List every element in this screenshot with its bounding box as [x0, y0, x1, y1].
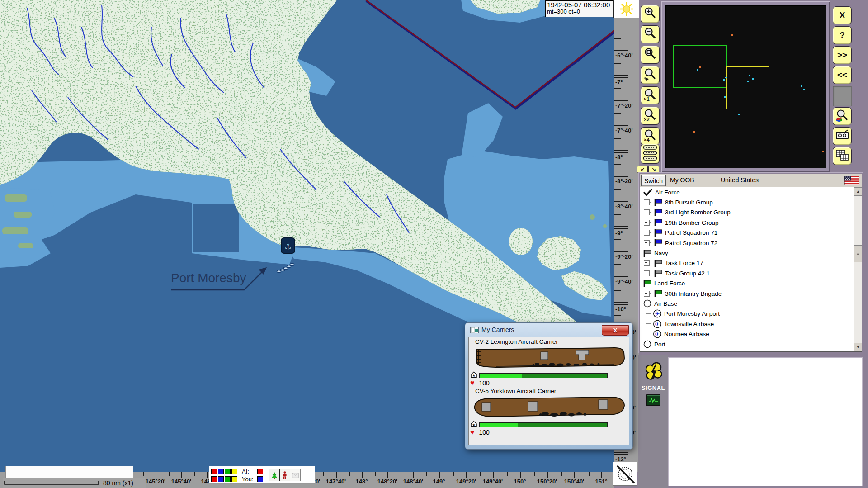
minimap-unit-dot [724, 96, 726, 98]
tree-connector [650, 242, 653, 243]
minimap-unit-dot [699, 66, 701, 68]
oob-item-patrol-squadron-71[interactable]: Patrol Squadron 71 [640, 228, 862, 238]
oob-item-8th-pursuit-group[interactable]: 8th Pursuit Group [640, 197, 862, 207]
zoom-in-button[interactable] [641, 5, 660, 23]
signal-monitor-button[interactable] [646, 394, 660, 406]
compass-icon [615, 464, 636, 484]
latitude-minor-tick [614, 189, 621, 190]
port-moresby-base-icon[interactable]: ⚓ [281, 238, 295, 253]
oob-scrollbar[interactable]: ▲ ≡ ▼ [854, 187, 862, 351]
tree-connector [650, 293, 653, 294]
oob-item-port[interactable]: Port [640, 339, 862, 349]
switch-button[interactable]: Switch [641, 175, 666, 186]
tree-connector [650, 212, 653, 213]
latitude-minor-tick [614, 113, 621, 114]
waveform-icon [649, 398, 658, 403]
oob-item-air-force[interactable]: Air Force [640, 187, 862, 197]
show-terrain-button[interactable] [269, 469, 280, 481]
zoom-region-button[interactable] [641, 46, 660, 64]
zoom-previous-button[interactable] [641, 66, 660, 84]
minimap-secondary-viewport-rect[interactable] [726, 66, 769, 109]
svg-text:⚓: ⚓ [284, 242, 291, 251]
messages-button[interactable] [290, 469, 301, 481]
side-color-legend: AI: You: [209, 466, 315, 484]
expand-plus-icon[interactable] [644, 199, 650, 205]
carrier-entry[interactable]: CV-2 Lexington Aircraft Carrier★♥100 [469, 338, 629, 387]
signal-log-panel [668, 357, 863, 486]
health-value: 100 [479, 379, 490, 387]
zoom-x1-button[interactable]: ×1 [641, 86, 660, 104]
expand-plus-icon[interactable] [644, 270, 650, 276]
expand-plus-icon[interactable] [644, 230, 650, 236]
next-button[interactable]: >> [833, 46, 852, 64]
compass-widget[interactable] [613, 462, 637, 486]
scrollbar-thumb[interactable]: ≡ [854, 245, 862, 262]
mag-plus-icon [643, 6, 657, 22]
longitude-minor-tick [375, 472, 376, 476]
oob-item-townsville-airbase[interactable]: ✈Townsville Airbase [640, 319, 862, 329]
latitude-label: -8° [614, 154, 638, 161]
oob-item-30th-infantry-brigade[interactable]: 30th Infantry Brigade [640, 289, 862, 298]
flag-icon [654, 289, 663, 298]
flag-icon [654, 239, 663, 247]
latitude-tick [614, 100, 628, 101]
zoom-out-button[interactable] [641, 25, 660, 43]
oob-item-task-group-42-1[interactable]: Task Group 42.1 [640, 268, 862, 278]
tree-connector [650, 273, 653, 274]
longitude-label: 147°40' [326, 478, 346, 485]
map-horizontal-scrollbar[interactable] [5, 466, 133, 479]
minimap[interactable] [665, 5, 826, 168]
expand-plus-icon[interactable] [644, 209, 650, 215]
longitude-minor-tick [194, 472, 195, 476]
oob-item-3rd-light-bomber-group[interactable]: 3rd Light Bomber Group [640, 208, 862, 218]
help-button[interactable]: ? [833, 26, 852, 44]
longitude-label: 151° [595, 478, 608, 485]
clock-turn-info: mt=300 et=0 [547, 9, 611, 15]
oob-item-land-force[interactable]: Land Force [640, 279, 862, 289]
flag-icon [643, 249, 652, 257]
close-minimap-button[interactable]: X [833, 6, 852, 24]
minimap-unit-dot [693, 131, 695, 133]
zoom-x4-button[interactable]: ×4 [641, 127, 660, 145]
oob-item-air-base[interactable]: Air Base [640, 298, 862, 308]
show-units-button[interactable] [279, 469, 290, 481]
minimap-unit-dot [697, 69, 698, 71]
carrier-entry[interactable]: CV-5 Yorktown Aircraft Carrier★♥100 [469, 388, 629, 436]
expand-plus-icon[interactable] [644, 260, 650, 266]
ship-list-button[interactable] [641, 144, 660, 164]
oob-item-19th-bomber-group[interactable]: 19th Bomber Group [640, 218, 862, 227]
scroll-up-button[interactable]: ▲ [854, 187, 862, 196]
svg-text:✈: ✈ [655, 331, 660, 337]
zoom-x2-button[interactable]: ×2 [641, 107, 660, 125]
map-scale-indicator: 80 nm (x1) [3, 478, 146, 488]
reports-button[interactable] [833, 147, 852, 165]
scroll-down-button[interactable]: ▼ [854, 343, 862, 351]
signal-strip: SIGNAL [638, 355, 668, 488]
longitude-label: 145°40' [171, 478, 191, 485]
find-units-button[interactable] [833, 107, 852, 125]
replay-button[interactable] [833, 127, 852, 145]
svg-text:×2: ×2 [644, 117, 650, 122]
longitude-tick [601, 472, 602, 478]
oob-item-port-moresby-airport[interactable]: ✈Port Moresby Airport [640, 309, 862, 319]
oob-item-task-force-17[interactable]: Task Force 17 [640, 258, 862, 268]
latitude-minor-tick [614, 138, 621, 139]
prev-button[interactable]: << [833, 66, 852, 84]
oob-item-navy[interactable]: Navy [640, 248, 862, 258]
svg-text:★: ★ [472, 374, 475, 378]
oob-item-label: 19th Bomber Group [665, 219, 719, 226]
dialog-window-icon [470, 327, 479, 333]
oob-item-patrol-squadron-72[interactable]: Patrol Squadron 72 [640, 238, 862, 248]
checkmark-icon [643, 188, 653, 196]
oob-item-noumea-airbase[interactable]: ✈Noumea Airbase [640, 329, 862, 339]
scale-bar-icon [3, 479, 101, 488]
longitude-minor-tick [507, 472, 508, 476]
expand-plus-icon[interactable] [644, 220, 650, 226]
dialog-close-button[interactable]: X [602, 325, 629, 336]
longitude-tick [466, 472, 467, 478]
svg-text:×4: ×4 [644, 137, 650, 142]
expand-plus-icon[interactable] [644, 240, 650, 246]
expand-plus-icon[interactable] [644, 291, 650, 297]
oob-item-label: Townsville Airbase [664, 321, 714, 327]
mag-x4-icon: ×4 [643, 128, 657, 144]
